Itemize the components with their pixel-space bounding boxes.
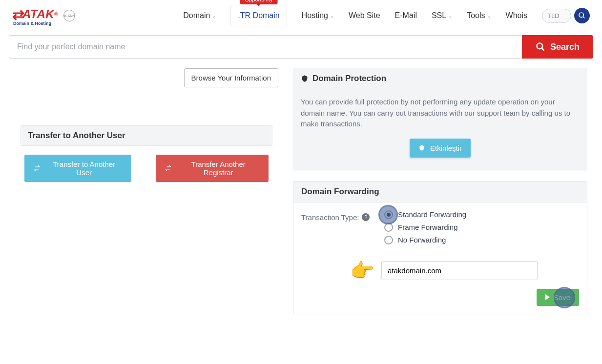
browse-info-button[interactable]: Browse Your Information: [184, 68, 278, 87]
panel-header: Domain Forwarding: [293, 182, 587, 202]
logo-subtitle: Domain & Hosting: [13, 21, 58, 26]
radio-no-forwarding[interactable]: No Forwarding: [384, 236, 466, 244]
play-icon: [545, 294, 550, 300]
main-content: Browse Your Information Transfer to Anot…: [0, 59, 602, 335]
svg-line-1: [583, 17, 584, 18]
nav-ssl[interactable]: SSL ⌄: [432, 11, 452, 20]
tld-search: [542, 8, 590, 23]
panel-header: Domain Protection: [293, 68, 587, 89]
nav-domain[interactable]: Domain ⌄: [183, 11, 216, 20]
transfer-icon: [165, 164, 172, 172]
nav-email[interactable]: E-Mail: [395, 11, 417, 20]
logo-text: ATAK: [22, 7, 54, 21]
icann-badge: ICANN: [63, 10, 75, 21]
main-nav: Domain ⌄ Opportunity .TR Domain Hosting …: [183, 5, 590, 26]
svg-line-3: [541, 48, 544, 51]
site-header: ⇄ ATAK ® Domain & Hosting ICANN Domain ⌄…: [0, 0, 602, 29]
help-icon[interactable]: ?: [362, 213, 370, 221]
protection-description: You can provide full protection by not p…: [301, 97, 580, 130]
transfer-panel: Transfer to Another User Transfer to Ano…: [15, 120, 278, 202]
chevron-down-icon: ⌄: [212, 13, 216, 19]
radio-frame-forwarding[interactable]: Frame Forwarding: [384, 223, 466, 232]
domain-forwarding-panel: Domain Forwarding Transaction Type: ? St…: [293, 181, 587, 314]
left-column: Browse Your Information Transfer to Anot…: [15, 68, 278, 325]
search-icon: [578, 12, 586, 20]
nav-whois[interactable]: Whois: [506, 11, 527, 20]
transfer-another-registrar-button[interactable]: Transfer Another Registrar: [156, 155, 269, 182]
tld-search-button[interactable]: [574, 8, 590, 23]
enable-protection-button[interactable]: Etkinleştir: [410, 139, 471, 158]
search-icon: [536, 42, 545, 52]
domain-search-bar: Search: [9, 35, 593, 59]
forwarding-domain-input[interactable]: [381, 261, 538, 280]
shield-icon: [301, 74, 309, 83]
logo[interactable]: ⇄ ATAK ® Domain & Hosting ICANN: [12, 6, 75, 26]
transfer-panel-header: Transfer to Another User: [21, 125, 272, 146]
svg-point-2: [537, 43, 542, 49]
shield-icon: [418, 144, 425, 152]
forwarding-type-radios: Standard Forwarding Frame Forwarding No …: [384, 210, 466, 244]
chevron-down-icon: ⌄: [487, 13, 491, 19]
transaction-type-label: Transaction Type: ?: [301, 210, 374, 222]
pointing-hand-icon: 👉: [350, 259, 374, 282]
domain-search-button[interactable]: Search: [522, 35, 593, 59]
right-column: Domain Protection You can provide full p…: [293, 68, 587, 325]
radio-icon: [384, 236, 393, 244]
svg-point-0: [579, 13, 583, 17]
transfer-to-user-button[interactable]: Transfer to Another User: [24, 155, 131, 182]
transfer-icon: [33, 164, 41, 172]
nav-tools[interactable]: Tools ⌄: [467, 11, 491, 20]
highlight-annotation: [554, 287, 575, 308]
opportunity-badge: Opportunity: [240, 0, 278, 4]
highlight-annotation: [378, 205, 398, 224]
nav-tr-domain[interactable]: Opportunity .TR Domain: [230, 5, 287, 26]
domain-protection-panel: Domain Protection You can provide full p…: [293, 68, 587, 170]
nav-website[interactable]: Web Site: [349, 11, 380, 20]
chevron-down-icon: ⌄: [448, 13, 452, 19]
tld-input[interactable]: [542, 9, 571, 23]
chevron-down-icon: ⌄: [330, 13, 334, 19]
radio-standard-forwarding[interactable]: Standard Forwarding: [384, 210, 466, 219]
domain-search-input[interactable]: [9, 35, 522, 59]
nav-hosting[interactable]: Hosting ⌄: [302, 11, 334, 20]
